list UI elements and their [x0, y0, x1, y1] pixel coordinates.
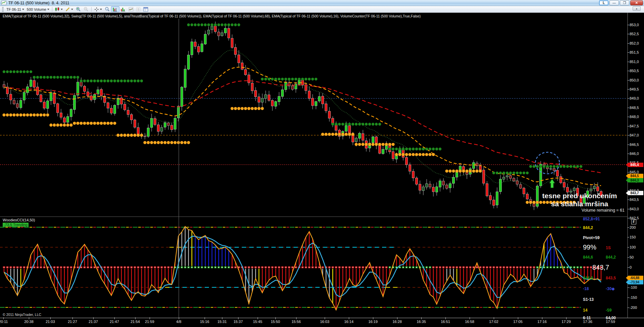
- cci-axis-label: -200: [630, 306, 637, 310]
- cci-axis-label: -100: [630, 285, 637, 289]
- price-axis-tick: [628, 145, 629, 145]
- magnifier-icon: [105, 7, 110, 12]
- time-axis-tick: [470, 317, 470, 319]
- link-button[interactable]: L: [599, 0, 608, 5]
- time-axis-label: 16:28: [392, 320, 402, 324]
- time-axis-tick: [542, 317, 542, 319]
- close-button[interactable]: ✕: [630, 0, 643, 5]
- price-axis-label: 846,0: [630, 152, 639, 156]
- price-axis-label: 848,0: [630, 115, 639, 119]
- focus-icon[interactable]: F: [631, 219, 636, 224]
- time-axis-tick: [135, 317, 136, 319]
- area-chart-icon: [128, 7, 133, 12]
- account-button[interactable]: $: [135, 6, 142, 12]
- price-axis-label: 850,0: [630, 78, 639, 82]
- period-selector[interactable]: 500 Volume: [25, 6, 51, 12]
- price-axis-label: 847,5: [630, 124, 639, 128]
- period-label: 500 Volume: [27, 7, 46, 11]
- pencil-icon: [65, 7, 70, 12]
- price-marker-tag: 843,7: [626, 191, 643, 195]
- price-axis-tick: [628, 34, 629, 34]
- svg-text:$: $: [138, 8, 139, 11]
- instrument-selector[interactable]: TF 06-11: [5, 6, 25, 12]
- window-title: TF 06-11 (500 Volume) 8. 4. 2011: [8, 1, 69, 5]
- draw-tool-button[interactable]: [64, 6, 74, 12]
- info-row-value2: -30◆: [606, 286, 615, 291]
- annotation-line2: sa stiahla mršina: [534, 200, 625, 208]
- info-row: 6-1164,00: [583, 316, 627, 320]
- cci-trend-badge: -73,5 Trending: [3, 223, 29, 227]
- woodiescci-label: WoodiesCCI(14,50): [3, 218, 35, 222]
- chart-panel-button-selected[interactable]: [111, 6, 119, 12]
- copyright-label: © 2011 NinjaTrader, LLC: [3, 313, 41, 317]
- histogram-icon: [121, 7, 126, 12]
- time-axis-tick: [258, 317, 258, 319]
- time-axis-label: 16:14: [344, 320, 354, 324]
- price-axis-tick: [628, 154, 629, 154]
- time-axis-label: 21:54: [130, 320, 140, 324]
- overlay-chart-button[interactable]: [127, 6, 135, 12]
- price-chart-plot[interactable]: [0, 13, 644, 327]
- indicator-list-label: EMA(Typical of TF 06-11 (500 Volume),32)…: [3, 14, 421, 18]
- chart-style-button[interactable]: [54, 6, 64, 12]
- time-axis-label: 16:03: [320, 320, 329, 324]
- chart-scroll-button[interactable]: ▲: [633, 6, 641, 11]
- time-axis-tick: [72, 317, 73, 319]
- time-axis-tick: [296, 317, 297, 319]
- trade-annotation: tesne pred ukončením sa stiahla mršina: [534, 192, 625, 208]
- price-axis-label: 853,0: [630, 23, 639, 27]
- time-axis-label: 15:45: [253, 320, 262, 324]
- info-row: -18-30◆: [583, 286, 627, 291]
- zoom-in-button[interactable]: [74, 6, 82, 12]
- toolbar-separator: [91, 7, 92, 12]
- time-axis-tick: [373, 317, 373, 319]
- info-row-value: 6-11: [583, 316, 591, 320]
- cursor-tool-button[interactable]: [93, 6, 103, 12]
- title-bar[interactable]: TF 06-11 (500 Volume) 8. 4. 2011 L — ❐ ✕: [0, 0, 644, 6]
- volume-remaining-label: Volume remaining = 61: [582, 208, 625, 213]
- price-axis-tick: [628, 89, 629, 90]
- app-icon: [1, 1, 6, 5]
- price-axis-tick: [628, 25, 629, 25]
- time-axis-label: 15:56: [291, 320, 301, 324]
- info-row-value: 844,0: [583, 276, 593, 280]
- toolbar-grip[interactable]: [2, 7, 4, 12]
- restore-button[interactable]: ❐: [620, 0, 629, 5]
- chevron-down-icon: [47, 9, 49, 10]
- time-axis-label: 17:02: [489, 320, 498, 324]
- time-axis-label: 16:58: [465, 320, 474, 324]
- price-axis-label: 852,0: [630, 41, 639, 45]
- info-row-value: -18: [583, 286, 589, 291]
- cci-axis-label: 200: [630, 225, 636, 229]
- time-axis-tick: [566, 317, 567, 319]
- price-axis-label: 851,0: [630, 60, 639, 64]
- volume-panel-button[interactable]: [119, 6, 127, 12]
- price-marker-tag: 845,4: [626, 163, 643, 167]
- candlestick-icon: [55, 7, 60, 12]
- pivot-top-value: 852,8+91: [583, 217, 600, 221]
- price-axis-tick: [628, 126, 629, 126]
- minimize-button[interactable]: —: [609, 0, 619, 5]
- info-row-value: 844,2: [583, 225, 593, 230]
- chevron-down-icon: [22, 9, 24, 10]
- price-marker-tag: -73,94: [626, 280, 643, 284]
- cci-axis-label: -150: [630, 295, 637, 299]
- info-row: 843,7: [583, 264, 627, 271]
- time-axis-tick: [349, 317, 349, 319]
- time-axis-tick: [275, 317, 276, 319]
- info-row-value: 99%: [583, 243, 596, 251]
- time-axis-tick: [50, 317, 51, 319]
- data-grid-button[interactable]: [142, 6, 150, 12]
- data-box-button[interactable]: [103, 6, 111, 12]
- price-axis-label: 850,5: [630, 69, 639, 73]
- price-axis-label: 849,5: [630, 87, 639, 91]
- time-axis-tick: [222, 317, 222, 319]
- price-marker-tag: 844,5: [626, 174, 643, 178]
- dollar-icon: $: [136, 7, 141, 12]
- time-axis-tick: [421, 317, 422, 319]
- price-axis-tick: [628, 43, 629, 44]
- chart-area[interactable]: 853,0852,5852,0851,5851,0850,5850,0849,5…: [0, 13, 644, 327]
- price-axis-label: 843,5: [630, 198, 639, 202]
- zoom-out-button[interactable]: [82, 6, 90, 12]
- ninjatrader-chart-window: TF 06-11 (500 Volume) 8. 4. 2011 L — ❐ ✕…: [0, 0, 644, 327]
